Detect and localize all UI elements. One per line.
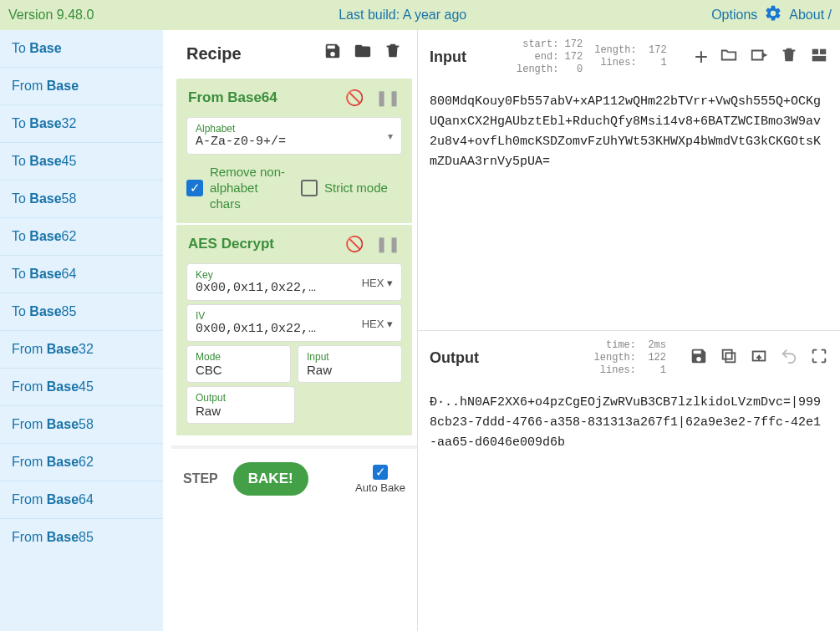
output-type-arg[interactable]: Output Raw bbox=[186, 386, 295, 424]
auto-bake-label: Auto Bake bbox=[355, 481, 405, 494]
svg-rect-0 bbox=[812, 48, 818, 53]
input-selection-stats: start: 172 end: 172 length: 0 bbox=[517, 38, 583, 76]
input-type-arg[interactable]: Input Raw bbox=[298, 345, 402, 383]
key-arg[interactable]: Key 0x00,0x11,0x22,… HEX ▾ bbox=[186, 263, 402, 301]
operation-item[interactable]: From Base58 bbox=[0, 405, 163, 443]
save-output-icon[interactable] bbox=[690, 347, 708, 369]
recipe-column: Recipe From Base64 🚫 ❚❚ Alphabet bbox=[171, 30, 418, 631]
copy-output-icon[interactable] bbox=[720, 347, 738, 369]
recipe-title: Recipe bbox=[186, 44, 323, 64]
about-link[interactable]: About / bbox=[789, 8, 832, 23]
arg-value: Raw bbox=[196, 404, 286, 418]
svg-rect-2 bbox=[812, 55, 827, 60]
clear-input-icon[interactable] bbox=[780, 46, 798, 69]
operation-item[interactable]: To Base64 bbox=[0, 255, 163, 293]
key-type-select[interactable]: HEX ▾ bbox=[362, 276, 393, 288]
arg-label: Alphabet bbox=[196, 123, 393, 135]
options-link[interactable]: Options bbox=[711, 8, 757, 23]
maximize-icon[interactable] bbox=[810, 347, 828, 369]
operation-item[interactable]: To Base bbox=[0, 30, 163, 67]
strict-label: Strict mode bbox=[324, 181, 388, 196]
arg-value: Raw bbox=[307, 363, 393, 377]
recipe-op-aes-decrypt[interactable]: AES Decrypt 🚫 ❚❚ Key 0x00,0x11,0x22,… HE… bbox=[176, 225, 412, 435]
pause-op-icon[interactable]: ❚❚ bbox=[375, 89, 400, 107]
pause-op-icon[interactable]: ❚❚ bbox=[375, 235, 400, 253]
mode-arg[interactable]: Mode CBC bbox=[186, 345, 291, 383]
disable-op-icon[interactable]: 🚫 bbox=[345, 235, 364, 253]
operation-item[interactable]: From Base45 bbox=[0, 368, 163, 405]
input-title: Input bbox=[430, 48, 505, 66]
arg-label: Mode bbox=[196, 351, 282, 363]
open-file-icon[interactable] bbox=[750, 46, 768, 69]
output-panel: Output time: 2ms length: 122 lines: 1 Ð·… bbox=[418, 330, 840, 631]
input-length-stats: length: 172 lines: 1 bbox=[594, 44, 666, 69]
undo-icon[interactable] bbox=[780, 347, 798, 369]
svg-rect-3 bbox=[725, 353, 735, 362]
chevron-down-icon[interactable]: ▾ bbox=[388, 130, 393, 142]
output-textarea[interactable]: Ð·..hN0AF2XX6+o4pzCgEOjZwRVuB3CB7lzlkido… bbox=[418, 384, 840, 631]
operation-item[interactable]: From Base bbox=[0, 67, 163, 104]
output-title: Output bbox=[430, 349, 505, 367]
operation-item[interactable]: From Base85 bbox=[0, 518, 163, 556]
add-tab-icon[interactable]: + bbox=[695, 48, 708, 65]
iv-arg[interactable]: IV 0x00,0x11,0x22,… HEX ▾ bbox=[186, 304, 402, 342]
clear-all-icon[interactable] bbox=[810, 46, 828, 69]
last-build-text[interactable]: Last build: A year ago bbox=[339, 8, 466, 23]
step-button[interactable]: STEP bbox=[183, 471, 218, 486]
operations-sidebar: To BaseFrom BaseTo Base32To Base45To Bas… bbox=[0, 30, 163, 631]
replace-input-icon[interactable] bbox=[750, 347, 768, 369]
svg-rect-4 bbox=[723, 349, 732, 359]
arg-value: CBC bbox=[196, 363, 282, 377]
remove-label: Remove non-alphabet chars bbox=[210, 165, 288, 211]
load-recipe-icon[interactable] bbox=[354, 42, 372, 65]
clear-recipe-icon[interactable] bbox=[384, 42, 402, 65]
operation-item[interactable]: To Base32 bbox=[0, 104, 163, 142]
bake-button[interactable]: BAKE! bbox=[233, 462, 308, 496]
operation-item[interactable]: From Base62 bbox=[0, 443, 163, 481]
operation-item[interactable]: To Base85 bbox=[0, 293, 163, 330]
op-title: AES Decrypt bbox=[188, 236, 339, 252]
operation-item[interactable]: To Base62 bbox=[0, 217, 163, 255]
open-folder-icon[interactable] bbox=[720, 46, 738, 69]
input-panel: Input start: 172 end: 172 length: 0 leng… bbox=[418, 30, 840, 330]
arg-label: Input bbox=[307, 351, 393, 363]
operation-item[interactable]: From Base32 bbox=[0, 330, 163, 368]
auto-bake-checkbox[interactable]: ✓ bbox=[373, 465, 388, 480]
save-recipe-icon[interactable] bbox=[323, 42, 342, 65]
alphabet-arg[interactable]: Alphabet A-Za-z0-9+/= ▾ bbox=[186, 117, 402, 155]
strict-mode-checkbox[interactable] bbox=[301, 180, 318, 196]
version-text: Version 9.48.0 bbox=[8, 8, 94, 23]
disable-op-icon[interactable]: 🚫 bbox=[345, 89, 364, 107]
arg-value: A-Za-z0-9+/= bbox=[196, 135, 393, 149]
svg-rect-1 bbox=[820, 48, 826, 53]
splitter[interactable] bbox=[163, 30, 171, 631]
operation-item[interactable]: To Base45 bbox=[0, 142, 163, 180]
top-banner: Version 9.48.0 Last build: A year ago Op… bbox=[0, 0, 840, 30]
output-stats: time: 2ms length: 122 lines: 1 bbox=[594, 339, 666, 377]
input-textarea[interactable]: 800MdqKouy0Fb557abV+xAP112wQHm22bTVrr+Vw… bbox=[418, 84, 840, 330]
operation-item[interactable]: From Base64 bbox=[0, 481, 163, 518]
remove-non-alpha-checkbox[interactable]: ✓ bbox=[186, 180, 203, 196]
op-title: From Base64 bbox=[188, 89, 339, 106]
gear-icon[interactable] bbox=[764, 4, 782, 27]
recipe-op-from-base64[interactable]: From Base64 🚫 ❚❚ Alphabet A-Za-z0-9+/= ▾… bbox=[176, 79, 412, 223]
iv-type-select[interactable]: HEX ▾ bbox=[362, 317, 393, 329]
arg-label: Output bbox=[196, 392, 286, 404]
operation-item[interactable]: To Base58 bbox=[0, 180, 163, 217]
